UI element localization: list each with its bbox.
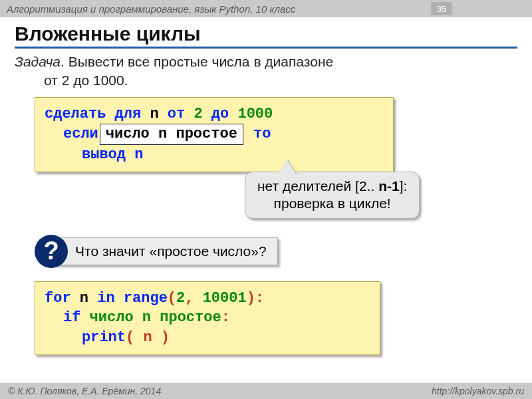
course-title: Алгоритмизация и программирование, язык … [7, 3, 295, 15]
task-text: . Вывести все простые числа в диапазоне [61, 54, 333, 69]
slide-content: Вложенные циклы Задача. Вывести все прос… [0, 17, 532, 355]
py-line1: for n in range(2, 10001): [45, 289, 370, 309]
page-number: 35 [431, 2, 452, 15]
task-label: Задача [15, 54, 61, 69]
question-text: Что значит «простое число»? [56, 237, 278, 265]
python-code-block: for n in range(2, 10001): if число n про… [35, 281, 380, 355]
py-line3: print( n ) [45, 328, 370, 348]
pseudo-line3: вывод n [45, 145, 384, 165]
callout-line1: нет делителей [2.. n-1]: [257, 178, 407, 195]
callout-line2: проверка в цикле! [257, 195, 407, 212]
callout-box: нет делителей [2.. n-1]: проверка в цикл… [245, 172, 420, 219]
copyright: © К.Ю. Поляков, Е.А. Ерёмин, 2014 [8, 386, 161, 396]
task-line2: от 2 до 1000. [15, 71, 517, 90]
question-row: ? Что значит «простое число»? [35, 235, 517, 268]
question-mark-icon: ? [35, 235, 68, 268]
footer-url: http://kpolyakov.spb.ru [432, 386, 524, 396]
py-line2: if число n простое: [45, 308, 370, 328]
callout: нет делителей [2.. n-1]: проверка в цикл… [245, 172, 420, 219]
pseudo-line1: сделать для n от 2 до 1000 [45, 104, 384, 124]
pseudocode-block: сделать для n от 2 до 1000 если число n … [35, 97, 394, 172]
slide-footer: © К.Ю. Поляков, Е.А. Ерёмин, 2014 http:/… [0, 383, 532, 399]
slide-header: Алгоритмизация и программирование, язык … [0, 0, 532, 17]
slide-title: Вложенные циклы [15, 23, 517, 49]
highlight-box: число n простое [100, 124, 243, 145]
task-statement: Задача. Вывести все простые числа в диап… [15, 53, 517, 90]
pseudo-line2: если число n простое то [45, 124, 384, 145]
callout-tail-icon [278, 160, 297, 174]
